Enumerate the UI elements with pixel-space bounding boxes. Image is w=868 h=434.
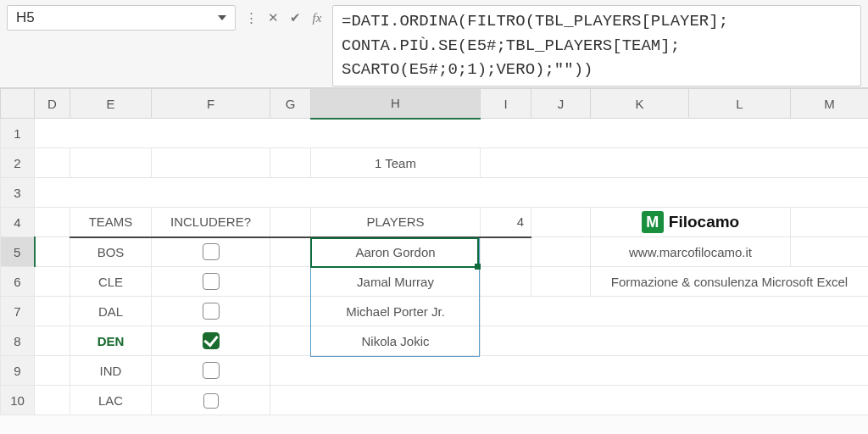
col-L[interactable]: L bbox=[689, 89, 791, 119]
chevron-down-icon[interactable] bbox=[218, 15, 226, 20]
divider-icon: ⋮ bbox=[242, 9, 259, 26]
row-2[interactable]: 2 bbox=[1, 148, 35, 178]
col-I[interactable]: I bbox=[481, 89, 531, 119]
name-box[interactable]: H5 bbox=[7, 5, 236, 31]
team-bos[interactable]: BOS bbox=[70, 237, 152, 267]
col-G[interactable]: G bbox=[270, 89, 311, 119]
team-den[interactable]: DEN bbox=[70, 326, 152, 356]
col-H[interactable]: H bbox=[311, 89, 481, 119]
formula-bar: H5 ⋮ ✕ ✔ fx =DATI.ORDINA(FILTRO(TBL_PLAY… bbox=[0, 0, 868, 88]
team-ind[interactable]: IND bbox=[70, 356, 152, 386]
subtitle-cell[interactable]: 1 Team bbox=[311, 148, 481, 178]
team-lac[interactable]: LAC bbox=[70, 386, 152, 415]
confirm-icon[interactable]: ✔ bbox=[287, 9, 303, 26]
worksheet-grid[interactable]: D E F G H I J K L M 1 2 1 Team 3 4 TEAMS… bbox=[0, 88, 868, 415]
row-7[interactable]: 7 bbox=[1, 297, 35, 326]
player-1[interactable]: Jamal Murray bbox=[311, 267, 481, 297]
players-count[interactable]: 4 bbox=[481, 208, 531, 237]
formula-input[interactable]: =DATI.ORDINA(FILTRO(TBL_PLAYERS[PLAYER];… bbox=[332, 5, 861, 86]
row-1[interactable]: 1 bbox=[1, 119, 35, 148]
formula-buttons: ⋮ ✕ ✔ fx bbox=[242, 5, 326, 31]
name-box-value: H5 bbox=[16, 9, 35, 26]
col-J[interactable]: J bbox=[531, 89, 591, 119]
brand-logo: M Filocamo bbox=[591, 208, 791, 237]
team-cle[interactable]: CLE bbox=[70, 267, 152, 297]
brand-url[interactable]: www.marcofilocamo.it bbox=[591, 237, 791, 267]
checkbox-bos[interactable] bbox=[203, 243, 220, 260]
column-headers: D E F G H I J K L M bbox=[1, 89, 869, 119]
player-2[interactable]: Michael Porter Jr. bbox=[311, 297, 481, 326]
row-10[interactable]: 10 bbox=[1, 386, 35, 415]
cancel-icon[interactable]: ✕ bbox=[264, 9, 281, 26]
checkbox-dal[interactable] bbox=[203, 303, 220, 320]
player-3[interactable]: Nikola Jokic bbox=[311, 326, 481, 356]
brand-m-icon: M bbox=[642, 211, 664, 233]
row-4[interactable]: 4 bbox=[1, 208, 35, 237]
brand-tagline: Formazione & consulenza Microsoft Excel bbox=[591, 267, 869, 297]
col-F[interactable]: F bbox=[152, 89, 270, 119]
checkbox-ind[interactable] bbox=[203, 362, 220, 379]
checkbox-cle[interactable] bbox=[203, 273, 220, 290]
player-0[interactable]: Aaron Gordon bbox=[311, 237, 481, 267]
team-dal[interactable]: DAL bbox=[70, 297, 152, 326]
checkbox-den[interactable] bbox=[203, 332, 220, 349]
col-E[interactable]: E bbox=[70, 89, 152, 119]
row-9[interactable]: 9 bbox=[1, 356, 35, 386]
include-header[interactable]: INCLUDERE? bbox=[152, 208, 270, 237]
row-6[interactable]: 6 bbox=[1, 267, 35, 297]
col-M[interactable]: M bbox=[791, 89, 869, 119]
row-8[interactable]: 8 bbox=[1, 326, 35, 356]
fx-icon[interactable]: fx bbox=[309, 9, 326, 26]
checkbox-lac[interactable] bbox=[203, 393, 219, 409]
row-3[interactable]: 3 bbox=[1, 178, 35, 208]
col-K[interactable]: K bbox=[591, 89, 689, 119]
players-header[interactable]: PLAYERS bbox=[311, 208, 481, 237]
col-D[interactable]: D bbox=[35, 89, 70, 119]
row-5[interactable]: 5 bbox=[1, 237, 35, 267]
teams-header[interactable]: TEAMS bbox=[70, 208, 152, 237]
